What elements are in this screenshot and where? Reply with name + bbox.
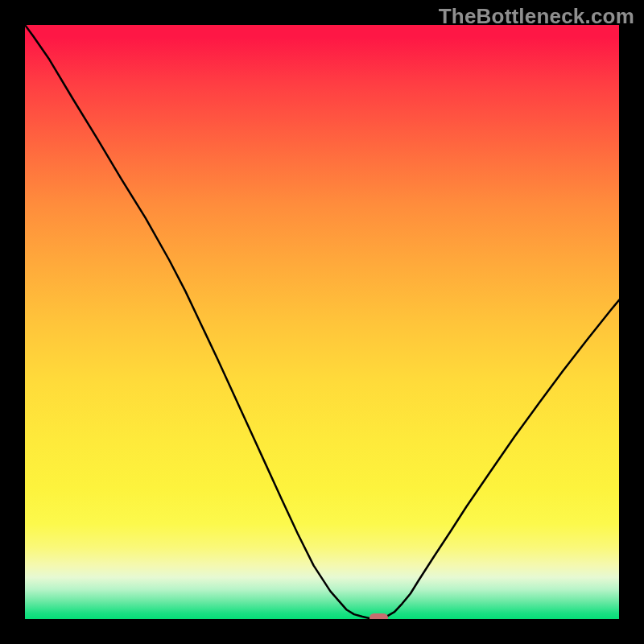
bottleneck-curve bbox=[25, 25, 619, 619]
curve-path bbox=[25, 25, 619, 618]
chart-frame: TheBottleneck.com bbox=[0, 0, 644, 644]
optimal-point-marker bbox=[369, 613, 388, 619]
plot-area bbox=[25, 25, 619, 619]
